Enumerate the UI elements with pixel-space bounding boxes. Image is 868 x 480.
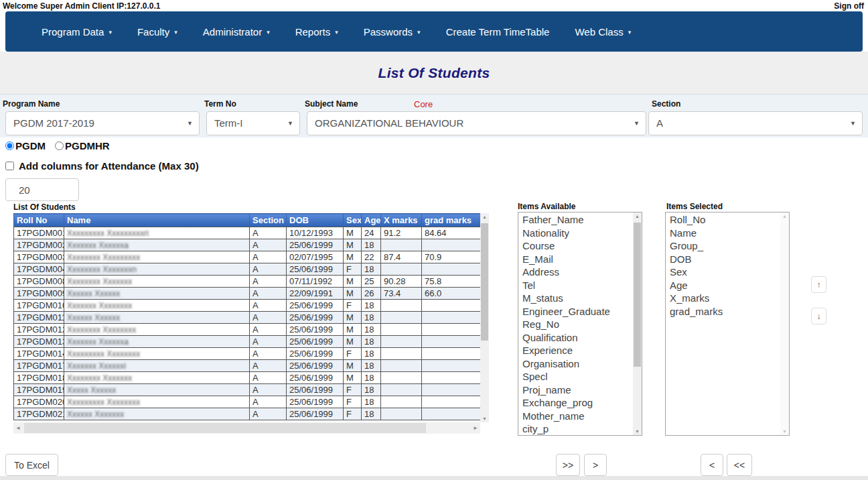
grid-cell: A <box>250 408 287 420</box>
items-selected-scrollbar[interactable]: ▲ ▼ <box>780 213 789 435</box>
scroll-up-icon[interactable]: ▲ <box>633 214 642 219</box>
items-available-listbox[interactable]: Father_NameNationalityCourseE_MailAddres… <box>518 212 642 436</box>
grid-cell <box>381 324 422 336</box>
available-option-city_p[interactable]: city_p <box>518 422 632 436</box>
selected-option-age[interactable]: Age <box>666 279 780 292</box>
available-option-experience[interactable]: Experience <box>518 344 632 357</box>
selected-option-roll_no[interactable]: Roll_No <box>666 213 780 227</box>
selected-option-dob[interactable]: DOB <box>666 253 780 266</box>
sign-off-link[interactable]: Sign off <box>834 1 864 11</box>
radio-option-pgdm[interactable]: PGDM <box>5 140 46 152</box>
grid-cell: A <box>250 312 287 324</box>
move-left-button[interactable]: < <box>701 454 723 476</box>
radio-option-pgdmhr[interactable]: PGDMHR <box>55 140 110 152</box>
grid-horizontal-scrollbar[interactable]: ◄ ► <box>13 422 480 434</box>
grid-cell <box>422 408 481 420</box>
attendance-max-input[interactable] <box>5 178 79 201</box>
subject-name-select[interactable]: ORGANIZATIONAL BEHAVIOUR ▼ <box>307 111 646 135</box>
grid-cell: 24 <box>362 227 381 239</box>
nav-item-program-data[interactable]: Program Data▾ <box>42 26 112 38</box>
available-option-nationality[interactable]: Nationality <box>518 227 632 240</box>
dropdown-arrow-icon: ▼ <box>287 120 293 127</box>
scroll-down-icon[interactable]: ▼ <box>480 416 489 421</box>
available-option-engineer_graduate[interactable]: Engineer_Graduate <box>518 305 632 318</box>
grid-cell: 18 <box>362 396 381 408</box>
student-name-cell: Xxxxxxxxx Xxxxxxxx <box>64 396 250 408</box>
items-available-scroll-thumb[interactable] <box>634 223 641 367</box>
selected-option-grad_marks[interactable]: grad_marks <box>666 305 780 318</box>
student-name-cell: Xxxxxxxx Xxxxxxx <box>64 276 250 288</box>
scroll-left-icon[interactable]: ◄ <box>15 425 21 431</box>
items-available-scrollbar[interactable]: ▲ ▼ <box>633 213 642 435</box>
available-option-pin_p[interactable]: Pin_p <box>518 436 632 436</box>
subject-name-value: ORGANIZATIONAL BEHAVIOUR <box>315 112 463 135</box>
grid-vertical-scrollbar[interactable]: ▲ ▼ <box>480 213 489 422</box>
grid-cell: 18 <box>362 263 381 276</box>
attendance-checkbox[interactable] <box>5 162 14 170</box>
selected-option-name[interactable]: Name <box>666 227 780 240</box>
grid-cell: 10/12/1993 <box>287 227 344 239</box>
available-option-course[interactable]: Course <box>518 239 632 253</box>
to-excel-button[interactable]: To Excel <box>5 454 58 476</box>
section-select[interactable]: A ▼ <box>648 111 863 135</box>
available-option-specl[interactable]: Specl <box>518 370 632 383</box>
page-title: List Of Students <box>0 65 868 81</box>
grid-cell: M <box>344 276 362 288</box>
grid-cell: 17PGDM018 <box>14 372 64 384</box>
scroll-right-icon[interactable]: ► <box>473 425 478 431</box>
section-label: Section <box>652 99 680 109</box>
grid-cell: 25/06/1999 <box>287 300 344 312</box>
redacted-name: Xxxxxx Xxxxxx <box>67 313 120 322</box>
available-option-father_name[interactable]: Father_Name <box>518 213 632 227</box>
available-option-reg_no[interactable]: Reg_No <box>518 318 632 331</box>
nav-item-faculty[interactable]: Faculty▾ <box>137 26 177 38</box>
scroll-down-icon[interactable]: ▼ <box>633 429 642 434</box>
nav-item-reports[interactable]: Reports▾ <box>295 26 338 38</box>
grid-cell <box>422 360 481 372</box>
student-name-cell: Xxxxxxxxx Xxxxxxxx <box>64 348 250 360</box>
grid-vscroll-thumb[interactable] <box>481 223 488 341</box>
nav-item-passwords[interactable]: Passwords▾ <box>364 26 421 38</box>
move-item-down-button[interactable]: ↓ <box>811 308 826 324</box>
move-all-left-button[interactable]: << <box>727 454 752 476</box>
nav-item-administrator[interactable]: Administrator▾ <box>203 26 270 38</box>
available-option-qualification[interactable]: Qualification <box>518 331 632 345</box>
redacted-name: Xxxxxx Xxxxxxx <box>67 410 124 419</box>
scroll-up-icon[interactable]: ▲ <box>480 215 489 219</box>
program-name-select[interactable]: PGDM 2017-2019 ▼ <box>5 111 200 135</box>
available-option-organisation[interactable]: Organisation <box>518 357 632 371</box>
students-grid: Roll NoNameSectionDOBSexAgeX marksgrad m… <box>13 213 490 434</box>
available-option-m_status[interactable]: M_status <box>518 292 632 305</box>
selected-option-x_marks[interactable]: X_marks <box>666 292 780 305</box>
scroll-down-icon[interactable]: ▼ <box>780 429 789 434</box>
available-option-address[interactable]: Address <box>518 265 632 279</box>
grid-cell: 17PGDM014 <box>14 348 64 360</box>
available-option-proj_name[interactable]: Proj_name <box>518 383 632 397</box>
student-name-cell: Xxxxxxxx Xxxxxxxx <box>64 324 250 336</box>
grid-hscroll-thumb[interactable] <box>24 423 426 433</box>
scroll-up-icon[interactable]: ▲ <box>780 214 789 219</box>
selected-option-group_[interactable]: Group_ <box>666 239 780 253</box>
radio-input-pgdmhr[interactable] <box>55 141 64 150</box>
move-item-up-button[interactable]: ↑ <box>811 276 826 293</box>
program-name-value: PGDM 2017-2019 <box>13 112 94 135</box>
grid-cell: A <box>250 348 287 360</box>
available-option-tel[interactable]: Tel <box>518 279 632 292</box>
grid-cell <box>422 312 481 324</box>
term-no-select[interactable]: Term-I ▼ <box>206 111 300 135</box>
nav-item-web-class[interactable]: Web Class▾ <box>575 26 631 38</box>
radio-input-pgdm[interactable] <box>5 141 14 150</box>
nav-item-create-term-timetable[interactable]: Create Term TimeTable <box>446 26 550 38</box>
move-right-button[interactable]: > <box>584 454 607 476</box>
grid-cell: 25/06/1999 <box>287 408 344 420</box>
grid-column-header: Age <box>362 214 381 227</box>
available-option-exchange_prog[interactable]: Exchange_prog <box>518 396 632 410</box>
table-row: 17PGDM008Xxxxxxxx XxxxxxxA07/11/1992M259… <box>14 276 481 288</box>
available-option-e_mail[interactable]: E_Mail <box>518 253 632 266</box>
items-selected-listbox[interactable]: Roll_NoNameGroup_DOBSexAgeX_marksgrad_ma… <box>665 212 790 436</box>
selected-option-sex[interactable]: Sex <box>666 265 780 279</box>
available-option-mother_name[interactable]: Mother_name <box>518 410 632 423</box>
move-all-right-button[interactable]: >> <box>556 454 580 476</box>
chevron-down-icon: ▾ <box>108 29 112 36</box>
student-name-cell: Xxxxxxx Xxxxxxa <box>64 336 250 348</box>
